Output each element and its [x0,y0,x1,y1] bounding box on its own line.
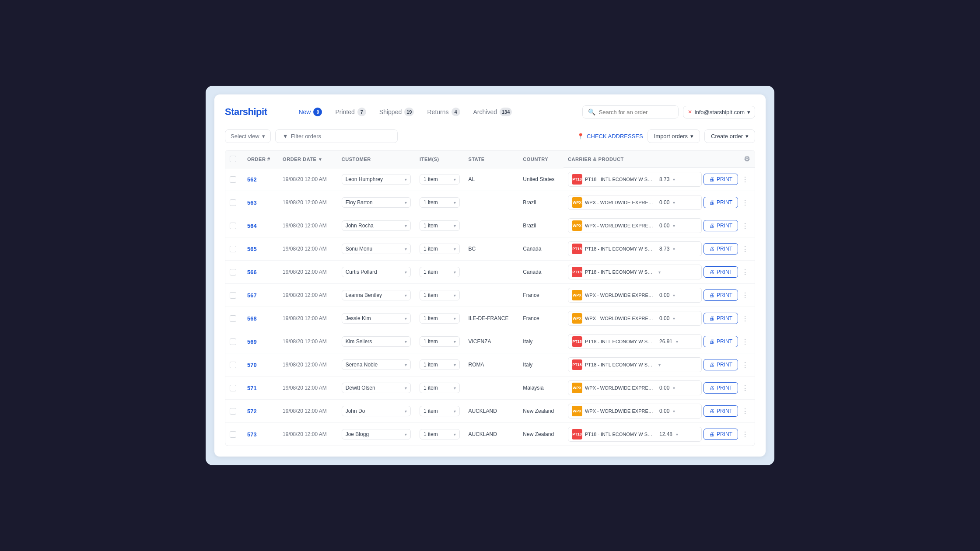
order-num-link[interactable]: 572 [247,408,257,415]
print-button[interactable]: 🖨 PRINT [704,174,738,185]
tab-archived[interactable]: Archived134 [468,105,518,119]
carrier-select[interactable]: PT18 PT18 - INTL ECONOMY W SOD/ REG.... … [568,172,702,187]
check-addresses-button[interactable]: 📍 CHECK ADDRESSES [577,133,643,139]
print-button[interactable]: 🖨 PRINT [704,313,738,324]
carrier-select[interactable]: WPX WPX - WORLDWIDE EXPRESS WPX 0.00 ▾ [568,218,702,233]
customer-select[interactable]: Dewitt Olsen ▾ [342,383,411,393]
more-options-button[interactable]: ⋮ [740,360,750,370]
row-checkbox-cell[interactable] [225,307,243,330]
customer-select[interactable]: Sonu Monu ▾ [342,244,411,254]
print-button[interactable]: 🖨 PRINT [704,429,738,440]
row-checkbox[interactable] [230,269,236,276]
row-checkbox-cell[interactable] [225,400,243,423]
print-button[interactable]: 🖨 PRINT [704,220,738,231]
row-checkbox[interactable] [230,223,236,229]
more-options-button[interactable]: ⋮ [740,314,750,324]
row-checkbox[interactable] [230,408,236,415]
customer-select[interactable]: Curtis Pollard ▾ [342,267,411,277]
print-button[interactable]: 🖨 PRINT [704,382,738,394]
more-options-button[interactable]: ⋮ [740,267,750,277]
row-checkbox-cell[interactable] [225,284,243,307]
carrier-select[interactable]: WPX WPX - WORLDWIDE EXPRESS WPX 0.00 ▾ [568,288,702,303]
create-order-button[interactable]: Create order ▾ [704,129,755,143]
tab-printed[interactable]: Printed7 [330,105,371,119]
row-checkbox-cell[interactable] [225,423,243,446]
items-select[interactable]: 1 item ▾ [420,429,459,439]
row-checkbox[interactable] [230,176,236,183]
items-select[interactable]: 1 item ▾ [420,336,459,347]
row-checkbox[interactable] [230,385,236,391]
carrier-select[interactable]: PT18 PT18 - INTL ECONOMY W SOD/ REGD POS… [568,265,702,279]
tab-returns[interactable]: Returns4 [422,105,465,119]
tab-shipped[interactable]: Shipped19 [374,105,420,119]
more-options-button[interactable]: ⋮ [740,244,750,254]
row-checkbox-cell[interactable] [225,214,243,237]
print-button[interactable]: 🖨 PRINT [704,266,738,278]
customer-select[interactable]: John Rocha ▾ [342,220,411,231]
select-view-dropdown[interactable]: Select view ▾ [225,129,271,143]
order-num-link[interactable]: 569 [247,338,257,345]
row-checkbox-cell[interactable] [225,191,243,214]
customer-select[interactable]: Eloy Barton ▾ [342,197,411,208]
items-select[interactable]: 1 item ▾ [420,220,459,231]
order-num-link[interactable]: 570 [247,362,257,368]
order-num-link[interactable]: 566 [247,269,257,276]
order-num-link[interactable]: 563 [247,199,257,206]
carrier-select[interactable]: WPX WPX - WORLDWIDE EXPRESS WPX 0.00 ▾ [568,380,702,395]
row-checkbox[interactable] [230,431,236,438]
search-input[interactable] [599,109,673,115]
settings-icon[interactable]: ⚙ [744,155,750,163]
more-options-button[interactable]: ⋮ [740,290,750,300]
more-options-button[interactable]: ⋮ [740,337,750,347]
select-all-header[interactable] [225,150,243,168]
more-options-button[interactable]: ⋮ [740,198,750,208]
items-select[interactable]: 1 item ▾ [420,313,459,324]
print-button[interactable]: 🖨 PRINT [704,289,738,301]
more-options-button[interactable]: ⋮ [740,429,750,439]
items-select[interactable]: 1 item ▾ [420,267,459,277]
filter-orders-button[interactable]: ▼ Filter orders [275,129,398,143]
print-button[interactable]: 🖨 PRINT [704,405,738,417]
items-select[interactable]: 1 item ▾ [420,197,459,208]
more-options-button[interactable]: ⋮ [740,406,750,416]
carrier-select[interactable]: PT18 PT18 - INTL ECONOMY W SOD/ REG.... … [568,241,702,256]
more-options-button[interactable]: ⋮ [740,174,750,185]
customer-select[interactable]: Leanna Bentley ▾ [342,290,411,300]
row-checkbox-cell[interactable] [225,168,243,191]
print-button[interactable]: 🖨 PRINT [704,359,738,370]
row-checkbox[interactable] [230,315,236,322]
search-box[interactable]: 🔍 [582,105,679,119]
row-checkbox-cell[interactable] [225,330,243,353]
more-options-button[interactable]: ⋮ [740,221,750,231]
order-num-link[interactable]: 562 [247,176,257,183]
row-checkbox[interactable] [230,338,236,345]
row-checkbox-cell[interactable] [225,353,243,377]
row-checkbox-cell[interactable] [225,261,243,284]
customer-select[interactable]: Leon Humphrey ▾ [342,174,411,185]
items-select[interactable]: 1 item ▾ [420,290,459,300]
row-checkbox-cell[interactable] [225,377,243,400]
carrier-select[interactable]: WPX WPX - WORLDWIDE EXPRESS WPX 0.00 ▾ [568,195,702,210]
items-select[interactable]: 1 item ▾ [420,174,459,185]
row-checkbox[interactable] [230,292,236,299]
order-num-link[interactable]: 571 [247,385,257,391]
carrier-select[interactable]: PT18 PT18 - INTL ECONOMY W SOD/ REG.... … [568,334,702,349]
print-button[interactable]: 🖨 PRINT [704,197,738,208]
items-select[interactable]: 1 item ▾ [420,244,459,254]
row-checkbox[interactable] [230,199,236,206]
order-num-link[interactable]: 573 [247,431,257,438]
order-num-link[interactable]: 565 [247,246,257,252]
customer-select[interactable]: Kim Sellers ▾ [342,336,411,347]
customer-select[interactable]: Serena Noble ▾ [342,359,411,370]
tab-new[interactable]: New0 [293,105,327,119]
items-select[interactable]: 1 item ▾ [420,383,459,393]
order-num-link[interactable]: 564 [247,223,257,229]
carrier-select[interactable]: WPX WPX - WORLDWIDE EXPRESS WPX 0.00 ▾ [568,311,702,326]
items-select[interactable]: 1 item ▾ [420,406,459,416]
row-checkbox-cell[interactable] [225,237,243,261]
select-all-checkbox[interactable] [230,156,236,162]
col-order-date[interactable]: ORDER DATE ▼ [278,150,337,168]
row-checkbox[interactable] [230,246,236,252]
order-num-link[interactable]: 567 [247,292,257,299]
carrier-select[interactable]: PT18 PT18 - INTL ECONOMY W SOD/ REG.... … [568,427,702,442]
